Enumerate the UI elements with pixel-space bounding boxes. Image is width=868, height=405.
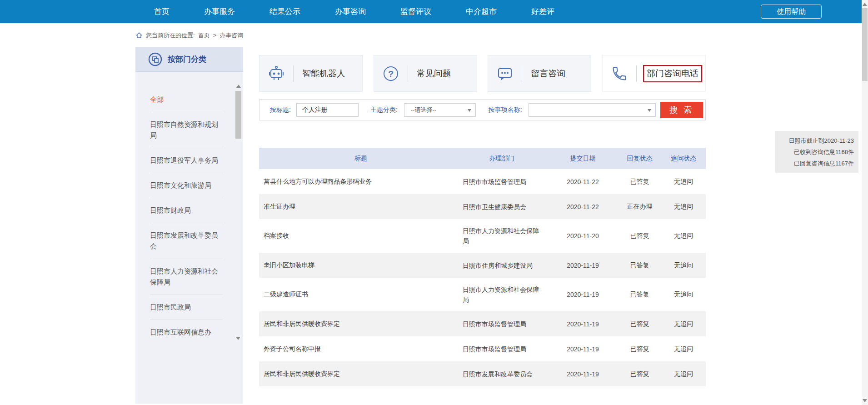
cell-follow: 无追问 [661,203,706,211]
sidebar-item-internet-office[interactable]: 日照市互联网信息办 [150,320,223,345]
help-button[interactable]: 使用帮助 [761,5,822,19]
scroll-down-icon[interactable] [236,337,240,340]
cell-title[interactable]: 档案接收 [259,232,463,240]
tab-divider [293,65,294,82]
title-search-input[interactable] [296,103,359,117]
consult-channel-tabs: 智能机器人 ? 常见问题 [259,55,706,92]
cell-date: 2020-11-22 [548,178,618,185]
table-row[interactable]: 外资子公司名称申报 日照市市场监督管理局 2020-11-19 已答复 无追问 [259,336,706,361]
cell-department: 日照市卫生健康委员会 [463,202,548,212]
tab-divider [522,65,522,82]
sidebar-item-veterans[interactable]: 日照市退役军人事务局 [150,148,223,173]
cell-title[interactable]: 准生证办理 [259,203,463,211]
nav-item-rating[interactable]: 好差评 [531,0,554,23]
page-scrollbar[interactable] [862,0,868,405]
table-row[interactable]: 二级建造师证书 日照市人力资源和社会保障局 2020-11-19 已答复 无追问 [259,278,706,311]
table-row[interactable]: 准生证办理 日照市卫生健康委员会 2020-11-22 正在办理 无追问 [259,194,706,219]
nav-item-results[interactable]: 结果公示 [269,0,300,23]
sidebar-scrollbar[interactable] [235,85,241,340]
topic-select[interactable]: --请选择-- [404,103,476,117]
cell-follow: 无追问 [661,370,706,378]
nav-item-services[interactable]: 办事服务 [204,0,235,23]
breadcrumb-current[interactable]: 办事咨询 [219,31,243,40]
stats-line-replied: 已回复咨询信息1167件 [779,158,854,169]
cell-reply: 已答复 [618,370,661,378]
message-icon [488,65,522,82]
scroll-up-icon[interactable] [863,3,867,6]
stats-line-received: 已收到咨询信息1168件 [779,146,854,158]
search-button[interactable]: 搜 索 [660,102,703,118]
phone-icon [603,65,636,82]
cell-department: 日照市市场监督管理局 [463,177,548,187]
table-row[interactable]: 老旧小区加装电梯 日照市住房和城乡建设局 2020-11-19 已答复 无追问 [259,253,706,278]
nav-items: 首页 办事服务 结果公示 办事咨询 监督评议 中介超市 好差评 [154,0,554,23]
top-nav: 首页 办事服务 结果公示 办事咨询 监督评议 中介超市 好差评 使用帮助 [0,0,868,23]
table-row[interactable]: 居民和非居民供暖收费界定 日照市市场监督管理局 2020-11-19 已答复 无… [259,311,706,336]
cell-reply: 已答复 [618,232,661,240]
home-icon [135,32,143,39]
cell-date: 2020-11-19 [548,345,618,353]
table-body: 莒县什么地方可以办理商品条形码业务 日照市市场监督管理局 2020-11-22 … [259,169,706,386]
cell-title[interactable]: 外资子公司名称申报 [259,345,463,353]
cell-title[interactable]: 居民和非居民供暖收费界定 [259,320,463,328]
cell-reply: 已答复 [618,290,661,299]
main-panel: 智能机器人 ? 常见问题 [259,47,706,386]
tab-department-phone[interactable]: 部门咨询电话 [602,55,706,92]
cell-title[interactable]: 老旧小区加装电梯 [259,261,463,270]
cell-title[interactable]: 二级建造师证书 [259,290,463,299]
nav-item-consult[interactable]: 办事咨询 [335,0,366,23]
sidebar-item-civil-affairs[interactable]: 日照市民政局 [150,295,223,320]
sidebar-item-human-resources[interactable]: 日照市人力资源和社会保障局 [150,259,223,295]
sidebar-department-list: 全部 日照市自然资源和规划局 日照市退役军人事务局 日照市文化和旅游局 日照市财… [135,72,243,349]
chevron-down-icon [648,109,651,112]
cell-department: 日照市市场监督管理局 [463,344,548,354]
scroll-down-icon[interactable] [863,399,867,402]
sidebar-item-all[interactable]: 全部 [150,87,223,112]
cell-department: 日照市人力资源和社会保障局 [463,285,548,305]
cell-follow: 无追问 [661,345,706,353]
cell-reply: 已答复 [618,345,661,353]
nav-item-home[interactable]: 首页 [154,0,170,23]
table-row[interactable]: 居民和非居民供暖收费界定 日照市发展和改革委员会 2020-11-19 已答复 … [259,361,706,386]
item-name-select[interactable] [529,103,656,117]
scroll-up-icon[interactable] [236,85,241,88]
search-filter-bar: 按标题: 主题分类: --请选择-- 按事项名称: 搜 索 [259,99,706,120]
sidebar-item-natural-resources[interactable]: 日照市自然资源和规划局 [150,112,223,148]
topic-filter-label: 主题分类: [370,106,398,114]
consultation-table: 标题 办理部门 提交日期 回复状态 追问状态 莒县什么地方可以办理商品条形码业务… [259,148,706,386]
stats-box: 日照市截止到2020-11-23 已收到咨询信息1168件 已回复咨询信息116… [775,131,858,173]
nav-item-supervision[interactable]: 监督评议 [400,0,431,23]
item-filter-label: 按事项名称: [489,106,522,114]
cell-reply: 已答复 [618,178,661,186]
cell-date: 2020-11-22 [548,203,618,210]
sidebar-item-development[interactable]: 日照市发展和改革委员会 [150,223,223,259]
cell-department: 日照市市场监督管理局 [463,319,548,329]
col-follow-status: 追问状态 [661,155,706,163]
cell-title[interactable]: 居民和非居民供暖收费界定 [259,370,463,378]
cell-date: 2020-11-19 [548,262,618,269]
tab-message-consult[interactable]: 留言咨询 [488,55,591,92]
tab-label: 常见问题 [417,68,451,80]
tab-smart-robot[interactable]: 智能机器人 [259,55,363,92]
tab-faq[interactable]: ? 常见问题 [374,55,477,92]
cell-follow: 无追问 [661,320,706,328]
cell-reply: 已答复 [618,261,661,270]
cell-title[interactable]: 莒县什么地方可以办理商品条形码业务 [259,178,463,186]
breadcrumb-home[interactable]: 首页 [198,31,210,40]
table-row[interactable]: 档案接收 日照市人力资源和社会保障局 2020-11-20 已答复 无追问 [259,219,706,253]
table-header: 标题 办理部门 提交日期 回复状态 追问状态 [259,148,706,169]
tab-label-highlighted: 部门咨询电话 [643,65,702,82]
cell-reply: 已答复 [618,320,661,328]
sidebar-header: 按部门分类 [135,47,243,72]
nav-item-agency[interactable]: 中介超市 [466,0,497,23]
page-scrollbar-thumb[interactable] [862,8,868,81]
category-icon [148,52,162,66]
robot-icon [259,65,293,82]
sidebar-item-culture-tourism[interactable]: 日照市文化和旅游局 [150,173,223,198]
sidebar-item-finance[interactable]: 日照市财政局 [150,198,223,223]
tab-divider [408,65,408,82]
table-row[interactable]: 莒县什么地方可以办理商品条形码业务 日照市市场监督管理局 2020-11-22 … [259,169,706,194]
cell-department: 日照市发展和改革委员会 [463,369,548,379]
sidebar-scrollbar-thumb[interactable] [235,91,241,139]
page-content: 按部门分类 全部 日照市自然资源和规划局 日照市退役军人事务局 日照市文化和旅游… [135,47,706,404]
